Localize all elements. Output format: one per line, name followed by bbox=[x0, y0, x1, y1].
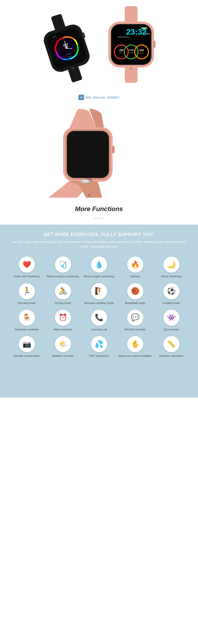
feature-icon-17: 💦 bbox=[95, 341, 103, 348]
svg-point-43 bbox=[88, 194, 90, 196]
feature-icon-wrapper-15: 📷 bbox=[19, 336, 35, 352]
feature-label-19: Distance calculation bbox=[159, 354, 183, 358]
svg-text:230: 230 bbox=[139, 49, 144, 52]
svg-rect-40 bbox=[112, 146, 115, 153]
feature-icon-wrapper-10: 🪑 bbox=[19, 310, 35, 326]
store-icon: B bbox=[80, 96, 82, 98]
feature-icon-7: 🧗 bbox=[95, 288, 103, 294]
svg-text:150: 150 bbox=[119, 49, 123, 52]
feature-icon-16: 🌤️ bbox=[59, 341, 67, 348]
svg-text:THU: THU bbox=[145, 32, 150, 35]
svg-rect-15 bbox=[125, 6, 138, 23]
feature-icon-wrapper-1: 🩺 bbox=[55, 256, 71, 272]
more-functions-title: More Functions bbox=[0, 205, 198, 213]
feature-icon-4: 🌙 bbox=[167, 261, 176, 268]
feature-item-12: 📞 incoming call bbox=[82, 310, 116, 331]
feature-item-17: 💦 IP67 waterproof bbox=[82, 336, 116, 358]
feature-icon-2: 💧 bbox=[95, 261, 103, 268]
feature-label-11: Alarm reminder bbox=[54, 328, 72, 331]
feature-label-0: Heart rate monitoring bbox=[14, 274, 39, 278]
feature-icon-wrapper-17: 💦 bbox=[91, 336, 107, 352]
feature-icon-wrapper-6: 🚴 bbox=[55, 283, 71, 299]
feature-item-0: ❤️ Heart rate monitoring bbox=[10, 256, 44, 278]
feature-item-5: 🏃 Running mode bbox=[10, 283, 44, 305]
feature-icon-wrapper-14: 👾 bbox=[163, 310, 179, 326]
feature-icon-wrapper-5: 🏃 bbox=[19, 283, 35, 299]
feature-icon-wrapper-9: ⚽ bbox=[163, 283, 179, 299]
svg-text:BPM: BPM bbox=[119, 52, 123, 54]
band-image bbox=[25, 109, 173, 198]
watch-black: MON 24 75362 1623 6/24 bbox=[33, 8, 101, 89]
svg-rect-39 bbox=[67, 131, 109, 178]
feature-icon-8: 🏀 bbox=[131, 288, 140, 294]
feature-icon-wrapper-11: ⏰ bbox=[55, 310, 71, 326]
feature-label-18: Raise your hand to brighten bbox=[118, 354, 152, 358]
band-section bbox=[0, 106, 198, 200]
feature-label-10: Sedentary reminder bbox=[15, 328, 39, 331]
feature-item-6: 🚴 Cycling mode bbox=[46, 283, 80, 305]
feature-label-9: Football mode bbox=[163, 301, 180, 305]
feature-label-7: Mountain climbing mode bbox=[84, 301, 114, 305]
feature-icon-wrapper-13: 💬 bbox=[127, 310, 143, 326]
feature-icon-wrapper-16: 🌤️ bbox=[55, 336, 71, 352]
feature-item-2: 💧 Blood oxygen monitoring bbox=[82, 256, 116, 278]
feature-item-18: ✋ Raise your hand to brighten bbox=[118, 336, 152, 358]
feature-label-13: WeChat reminder bbox=[124, 328, 146, 331]
feature-icon-wrapper-2: 💧 bbox=[91, 256, 107, 272]
feature-label-2: Blood oxygen monitoring bbox=[84, 274, 114, 278]
feature-icon-wrapper-8: 🏀 bbox=[127, 283, 143, 299]
feature-icon-wrapper-4: 🌙 bbox=[163, 256, 179, 272]
feature-icon-wrapper-19: 📏 bbox=[163, 336, 179, 352]
feature-item-19: 📏 Distance calculation bbox=[154, 336, 188, 358]
more-functions-section: More Functions .... bbox=[0, 200, 198, 225]
watch-pink: 100% 23:32 04/06/2019 THU 150 BPM 12350 … bbox=[104, 6, 158, 83]
feature-icon-0: ❤️ bbox=[23, 261, 31, 268]
feature-icon-6: 🚴 bbox=[59, 288, 67, 294]
svg-text:23:32: 23:32 bbox=[126, 28, 146, 36]
feature-label-16: Weather reminder bbox=[52, 354, 74, 358]
feature-item-10: 🪑 Sedentary reminder bbox=[10, 310, 44, 331]
feature-item-9: ⚽ Football mode bbox=[154, 283, 188, 305]
features-description: Set your daily needs according to your o… bbox=[10, 240, 188, 249]
svg-text:12350: 12350 bbox=[128, 49, 134, 51]
feature-icon-5: 🏃 bbox=[23, 288, 31, 294]
feature-icon-14: 👾 bbox=[167, 314, 176, 321]
feature-icon-9: ⚽ bbox=[167, 288, 176, 294]
feature-label-8: Basketball mode bbox=[125, 301, 145, 305]
feature-item-14: 👾 QQ reminder bbox=[154, 310, 188, 331]
svg-text:KCAL: KCAL bbox=[139, 52, 144, 54]
feature-label-5: Running mode bbox=[18, 301, 36, 305]
hero-section: MON 24 75362 1623 6/24 bbox=[0, 0, 198, 106]
feature-label-15: Remote control photo bbox=[14, 354, 40, 358]
feature-label-12: incoming call bbox=[91, 328, 107, 331]
svg-rect-35 bbox=[153, 41, 155, 48]
feature-label-4: Sleep monitoring bbox=[161, 274, 182, 278]
feature-icon-12: 📞 bbox=[95, 314, 103, 321]
svg-point-49 bbox=[82, 180, 88, 182]
feature-icon-wrapper-12: 📞 bbox=[91, 310, 107, 326]
feature-item-13: 💬 WeChat reminder bbox=[118, 310, 152, 331]
feature-icon-10: 🪑 bbox=[23, 314, 31, 321]
feature-icon-11: ⏰ bbox=[59, 314, 67, 321]
feature-item-16: 🌤️ Weather reminder bbox=[46, 336, 80, 358]
feature-icon-wrapper-7: 🧗 bbox=[91, 283, 107, 299]
feature-icon-wrapper-18: ✋ bbox=[127, 336, 143, 352]
feature-label-1: Blood pressure monitoring bbox=[47, 274, 79, 278]
feature-icon-wrapper-3: 🔥 bbox=[127, 256, 143, 272]
feature-item-8: 🏀 Basketball mode bbox=[118, 283, 152, 305]
feature-icon-wrapper-0: ❤️ bbox=[19, 256, 35, 272]
feature-icon-19: 📏 bbox=[167, 341, 176, 348]
svg-text:STEP: STEP bbox=[129, 52, 134, 54]
feature-label-17: IP67 waterproof bbox=[89, 354, 109, 358]
feature-item-3: 🔥 Calories bbox=[118, 256, 152, 278]
svg-point-36 bbox=[130, 67, 133, 70]
features-section: GET MORE EXERCISES, FULLY SUPPORT YOU. S… bbox=[0, 225, 198, 398]
features-grid: ❤️ Heart rate monitoring 🩺 Blood pressur… bbox=[10, 256, 188, 358]
feature-item-15: 📷 Remote control photo bbox=[10, 336, 44, 358]
feature-item-11: ⏰ Alarm reminder bbox=[46, 310, 80, 331]
features-headline: GET MORE EXERCISES, FULLY SUPPORT YOU. bbox=[10, 232, 188, 237]
svg-text:04/06/2019: 04/06/2019 bbox=[118, 36, 129, 38]
feature-label-3: Calories bbox=[130, 274, 140, 278]
feature-icon-3: 🔥 bbox=[131, 261, 140, 268]
feature-icon-1: 🩺 bbox=[59, 261, 67, 268]
